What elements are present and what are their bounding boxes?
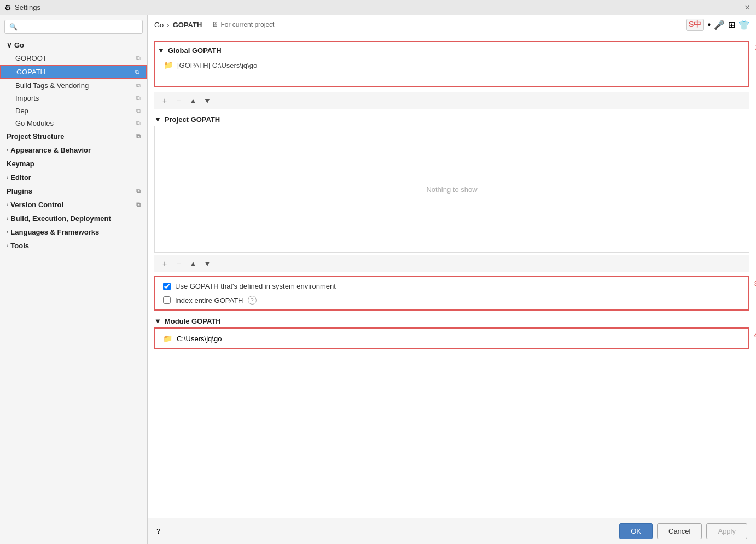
sidebar-section-appearance[interactable]: › Appearance & Behavior	[0, 143, 147, 157]
for-project-label: For current project	[220, 21, 274, 28]
sidebar-section-build[interactable]: › Build, Execution, Deployment	[0, 212, 147, 225]
use-gopath-row: Use GOPATH that's defined in system envi…	[158, 279, 746, 293]
title-bar: ⚙ Settings ✕	[0, 0, 756, 15]
index-gopath-label: Index entire GOPATH	[175, 296, 243, 305]
chevron-appearance-icon: ›	[7, 147, 8, 153]
global-gopath-entry[interactable]: 📁 [GOPATH] C:\Users\jq\go	[158, 57, 746, 73]
close-button[interactable]: ✕	[743, 3, 752, 12]
sidebar-section-tools[interactable]: › Tools	[0, 239, 147, 253]
copy-icon-goroot: ⧉	[136, 55, 141, 62]
collapse-global-icon: ▼	[158, 46, 165, 55]
sidebar-item-go-modules[interactable]: Go Modules ⧉	[0, 117, 147, 130]
languages-label: Languages & Frameworks	[10, 228, 99, 236]
footer: ? OK Cancel Apply	[148, 518, 756, 544]
module-gopath-box: 4 📁 C:\Users\jq\go	[154, 327, 749, 349]
copy-icon-build-tags: ⧉	[136, 82, 141, 89]
use-gopath-checkbox[interactable]	[163, 283, 171, 290]
module-gopath-value: C:\Users\jq\go	[177, 335, 222, 343]
sidebar-section-go[interactable]: ∨ Go	[0, 38, 147, 52]
sidebar-section-version-control[interactable]: › Version Control ⧉	[0, 198, 147, 212]
sidebar-item-goroot[interactable]: GOROOT ⧉	[0, 52, 147, 65]
sidebar-item-imports[interactable]: Imports ⧉	[0, 92, 147, 104]
toolbar-project: + − ▲ ▼	[154, 255, 749, 272]
copy-icon-vc: ⧉	[136, 201, 141, 208]
add-project-btn[interactable]: +	[159, 258, 171, 270]
project-gopath-header[interactable]: ▼ Project GOPATH	[154, 113, 749, 126]
copy-icon-imports: ⧉	[136, 95, 141, 102]
project-gopath-section: ▼ Project GOPATH Nothing to show	[154, 113, 749, 253]
chevron-tools-icon: ›	[7, 243, 8, 249]
sogou-icon[interactable]: S中	[686, 19, 704, 31]
module-gopath-title: Module GOPATH	[165, 317, 221, 325]
for-project: 🖥 For current project	[212, 21, 274, 28]
down-global-btn[interactable]: ▼	[201, 95, 213, 107]
copy-icon-dep: ⧉	[136, 107, 141, 114]
top-icons: S中 • 🎤 ⊞ 👕	[686, 19, 749, 31]
grid-icon[interactable]: ⊞	[728, 20, 735, 30]
breadcrumb-current: GOPATH	[173, 21, 202, 29]
toolbar-global: + − ▲ ▼	[154, 92, 749, 109]
bullet-icon[interactable]: •	[707, 20, 711, 30]
up-project-btn[interactable]: ▲	[187, 258, 199, 270]
title-bar-right: ✕	[743, 3, 752, 12]
editor-label: Editor	[10, 173, 31, 182]
sidebar-go-label: Go	[14, 41, 24, 49]
chevron-languages-icon: ›	[7, 229, 8, 235]
up-global-btn[interactable]: ▲	[187, 95, 199, 107]
imports-label: Imports	[15, 94, 39, 102]
sidebar-section-plugins[interactable]: Plugins ⧉	[0, 184, 147, 198]
breadcrumb-parent: Go	[154, 21, 164, 29]
global-gopath-section: 2 ▼ Global GOPATH 📁 [GOPATH] C:\Users\jq…	[154, 41, 749, 87]
dep-label: Dep	[15, 107, 28, 115]
down-project-btn[interactable]: ▼	[201, 258, 213, 270]
title-bar-left: ⚙ Settings	[4, 3, 40, 12]
module-gopath-entry[interactable]: 📁 C:\Users\jq\go	[158, 331, 746, 346]
folder-icon-module: 📁	[163, 334, 172, 343]
mic-icon[interactable]: 🎤	[714, 20, 725, 30]
use-gopath-label: Use GOPATH that's defined in system envi…	[175, 282, 336, 290]
remove-global-btn[interactable]: −	[173, 95, 185, 107]
module-gopath-header[interactable]: ▼ Module GOPATH	[154, 315, 749, 327]
sidebar-item-build-tags[interactable]: Build Tags & Vendoring ⧉	[0, 79, 147, 92]
help-btn[interactable]: ?	[156, 527, 160, 535]
help-icon[interactable]: ?	[248, 296, 257, 305]
copy-icon-project-structure: ⧉	[136, 133, 141, 140]
global-gopath-header[interactable]: ▼ Global GOPATH	[158, 44, 746, 57]
content-area: Go › GOPATH 🖥 For current project S中 • 🎤…	[148, 15, 756, 544]
chevron-go-icon: ∨	[7, 41, 12, 49]
monitor-icon: 🖥	[212, 21, 218, 28]
ok-button[interactable]: OK	[619, 523, 653, 539]
global-gopath-value: [GOPATH] C:\Users\jq\go	[177, 61, 257, 69]
content-scroll: 2 ▼ Global GOPATH 📁 [GOPATH] C:\Users\jq…	[148, 34, 756, 518]
sidebar-item-gopath[interactable]: GOPATH ⧉ 1	[0, 65, 147, 79]
search-input[interactable]	[4, 20, 143, 34]
collapse-project-icon: ▼	[154, 115, 161, 124]
version-control-label: Version Control	[10, 201, 63, 209]
remove-project-btn[interactable]: −	[173, 258, 185, 270]
chevron-build-icon: ›	[7, 215, 8, 221]
index-gopath-row: Index entire GOPATH ?	[158, 293, 746, 307]
copy-icon-plugins: ⧉	[136, 188, 141, 195]
breadcrumb-sep: ›	[167, 21, 169, 29]
options-box: 3 Use GOPATH that's defined in system en…	[154, 276, 749, 311]
go-modules-label: Go Modules	[15, 119, 54, 127]
cancel-button[interactable]: Cancel	[657, 523, 702, 539]
build-label: Build, Execution, Deployment	[10, 214, 111, 223]
copy-icon-go-modules: ⧉	[136, 120, 141, 127]
gopath-label: GOPATH	[16, 68, 45, 76]
module-gopath-section: ▼ Module GOPATH 4 📁 C:\Users\jq\go	[154, 315, 749, 349]
apply-button[interactable]: Apply	[706, 523, 747, 539]
sidebar-section-editor[interactable]: › Editor	[0, 171, 147, 184]
sidebar-section-project-structure[interactable]: Project Structure ⧉	[0, 130, 147, 143]
collapse-module-icon: ▼	[154, 317, 161, 325]
project-gopath-list: Nothing to show	[154, 126, 749, 253]
shirt-icon[interactable]: 👕	[738, 20, 749, 30]
global-gopath-title: Global GOPATH	[168, 46, 222, 55]
window-title: Settings	[15, 3, 40, 11]
add-global-btn[interactable]: +	[159, 95, 171, 107]
main-content: ∨ Go GOROOT ⧉ GOPATH ⧉ 1 Build Tags & Ve…	[0, 15, 756, 544]
sidebar-section-languages[interactable]: › Languages & Frameworks	[0, 225, 147, 239]
sidebar-item-dep[interactable]: Dep ⧉	[0, 104, 147, 117]
index-gopath-checkbox[interactable]	[163, 296, 171, 304]
sidebar-section-keymap[interactable]: Keymap	[0, 157, 147, 171]
